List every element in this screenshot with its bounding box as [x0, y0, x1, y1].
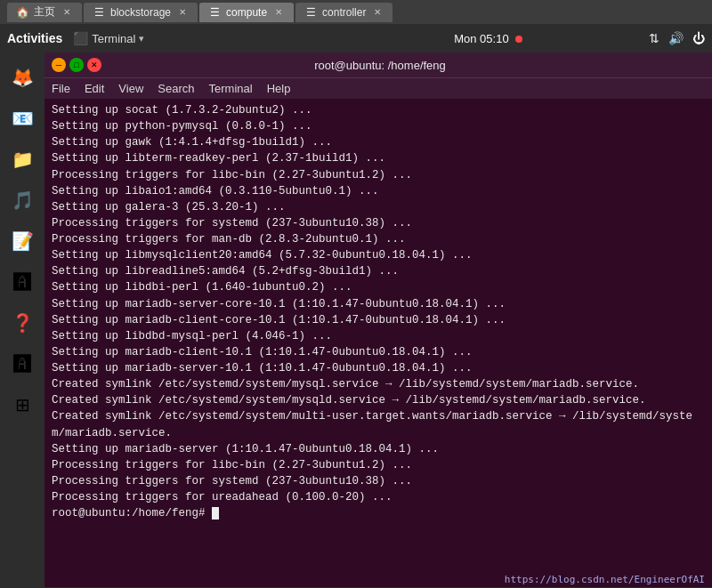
terminal-prompt: root@ubuntu:/home/feng#	[52, 505, 705, 521]
tab-list: 🏠主页✕☰blockstorage✕☰compute✕☰controller✕	[7, 3, 705, 22]
main-layout: 🦊📧📁🎵📝🅰❓🅰⊞ ─ □ ✕ root@ubuntu: /home/feng …	[0, 52, 712, 587]
terminal-line: Setting up mariadb-server (1:10.1.47-0ub…	[52, 441, 705, 457]
tab-label-blockstorage: blockstorage	[110, 6, 171, 19]
terminal-line: Setting up libmysqlclient20:amd64 (5.7.3…	[52, 247, 705, 263]
software-icon[interactable]: 🅰	[4, 264, 40, 300]
terminal-menubar: FileEditViewSearchTerminalHelp	[44, 77, 712, 99]
terminal-line: Created symlink /etc/systemd/system/mysq…	[52, 392, 705, 408]
status-url: https://blog.csdn.net/EngineerOfAI	[505, 574, 705, 585]
files-icon[interactable]: 📁	[4, 141, 40, 177]
terminal-line: Setting up mariadb-server-core-10.1 (1:1…	[52, 296, 705, 312]
terminal-label: ⬛ Terminal ▾	[73, 31, 144, 45]
window-title: root@ubuntu: /home/feng	[101, 59, 659, 72]
tab-icon-home: 🏠	[16, 6, 28, 19]
firefox-icon[interactable]: 🦊	[4, 60, 40, 95]
gnome-bar-left: Activities ⬛ Terminal ▾	[7, 31, 328, 45]
menu-item-edit[interactable]: Edit	[85, 82, 104, 95]
menu-item-terminal[interactable]: Terminal	[209, 82, 253, 95]
music-icon[interactable]: 🎵	[4, 182, 40, 218]
tab-label-compute: compute	[226, 6, 267, 19]
status-dot	[515, 36, 522, 43]
os-tab-controller[interactable]: ☰controller✕	[295, 3, 392, 22]
menu-item-file[interactable]: File	[52, 82, 70, 95]
menu-item-view[interactable]: View	[118, 82, 143, 95]
network-icon[interactable]: ⇅	[649, 31, 659, 45]
tab-icon-compute: ☰	[208, 6, 221, 19]
tab-icon-controller: ☰	[304, 6, 317, 19]
terminal-statusbar: https://blog.csdn.net/EngineerOfAI	[44, 571, 712, 587]
gnome-topbar: Activities ⬛ Terminal ▾ Mon 05:10 ⇅ 🔊 ⏻	[0, 24, 712, 52]
documents-icon[interactable]: 📝	[4, 223, 40, 259]
grid-icon[interactable]: ⊞	[4, 387, 40, 423]
help-icon[interactable]: ❓	[4, 305, 40, 341]
terminal-line: Setting up libdbd-mysql-perl (4.046-1) .…	[52, 328, 705, 344]
os-tab-home[interactable]: 🏠主页✕	[7, 3, 82, 22]
terminal-icon: ⬛	[73, 31, 88, 45]
terminal-line: Setting up libaio1:amd64 (0.3.110-5ubunt…	[52, 183, 705, 199]
terminal-line: Processing triggers for libc-bin (2.27-3…	[52, 457, 705, 473]
terminal-line: Setting up mariadb-server-10.1 (1:10.1.4…	[52, 360, 705, 376]
terminal-line: Created symlink /etc/systemd/system/mysq…	[52, 376, 705, 392]
terminal-content[interactable]: Setting up socat (1.7.3.2-2ubuntu2) ...S…	[44, 99, 712, 571]
cursor	[212, 507, 219, 520]
os-tab-blockstorage[interactable]: ☰blockstorage✕	[84, 3, 198, 22]
tab-label-controller: controller	[322, 6, 366, 19]
mail-icon[interactable]: 📧	[4, 101, 40, 136]
maximize-button[interactable]: □	[69, 58, 84, 72]
menu-item-search[interactable]: Search	[158, 82, 194, 95]
tab-label-home: 主页	[34, 4, 55, 20]
window-controls: ─ □ ✕	[52, 58, 101, 72]
terminal-line: Setting up libreadline5:amd64 (5.2+dfsg-…	[52, 263, 705, 279]
terminal-line: Setting up socat (1.7.3.2-2ubuntu2) ...	[52, 102, 705, 118]
audio-icon[interactable]: 🔊	[668, 31, 684, 45]
terminal-line: Setting up gawk (1:4.1.4+dfsg-1build1) .…	[52, 134, 705, 150]
power-icon[interactable]: ⏻	[692, 31, 705, 45]
terminal-window: ─ □ ✕ root@ubuntu: /home/feng FileEditVi…	[44, 52, 712, 587]
activities-button[interactable]: Activities	[7, 31, 62, 45]
tab-close-blockstorage[interactable]: ✕	[176, 6, 189, 19]
tab-close-controller[interactable]: ✕	[371, 6, 384, 19]
amazon-icon[interactable]: 🅰	[4, 346, 40, 382]
terminal-line: Setting up libterm-readkey-perl (2.37-1b…	[52, 150, 705, 166]
terminal-line: Setting up mariadb-client-10.1 (1:10.1.4…	[52, 344, 705, 360]
terminal-line: Processing triggers for systemd (237-3ub…	[52, 473, 705, 489]
terminal-line: Setting up mariadb-client-core-10.1 (1:1…	[52, 312, 705, 328]
terminal-line: Processing triggers for libc-bin (2.27-3…	[52, 167, 705, 183]
menu-item-help[interactable]: Help	[267, 82, 291, 95]
os-tab-bar: 🏠主页✕☰blockstorage✕☰compute✕☰controller✕	[0, 0, 712, 24]
tab-close-home[interactable]: ✕	[61, 6, 73, 19]
tab-close-compute[interactable]: ✕	[272, 6, 285, 19]
window-titlebar: ─ □ ✕ root@ubuntu: /home/feng	[44, 52, 712, 77]
terminal-line: Processing triggers for systemd (237-3ub…	[52, 215, 705, 231]
terminal-line: Processing triggers for man-db (2.8.3-2u…	[52, 231, 705, 247]
terminal-line: Created symlink /etc/systemd/system/mult…	[52, 408, 705, 440]
gnome-bar-right: ⇅ 🔊 ⏻	[649, 31, 705, 45]
tab-icon-blockstorage: ☰	[93, 6, 105, 19]
terminal-line: Setting up libdbi-perl (1.640-1ubuntu0.2…	[52, 279, 705, 295]
terminal-line: Processing triggers for ureadahead (0.10…	[52, 489, 705, 505]
minimize-button[interactable]: ─	[52, 58, 66, 72]
gnome-bar-datetime: Mon 05:10	[328, 32, 650, 45]
terminal-line: Setting up python-pymysql (0.8.0-1) ...	[52, 118, 705, 134]
close-button[interactable]: ✕	[87, 58, 101, 72]
os-tab-compute[interactable]: ☰compute✕	[199, 3, 294, 22]
terminal-line: Setting up galera-3 (25.3.20-1) ...	[52, 199, 705, 215]
gnome-sidebar: 🦊📧📁🎵📝🅰❓🅰⊞	[0, 52, 44, 588]
